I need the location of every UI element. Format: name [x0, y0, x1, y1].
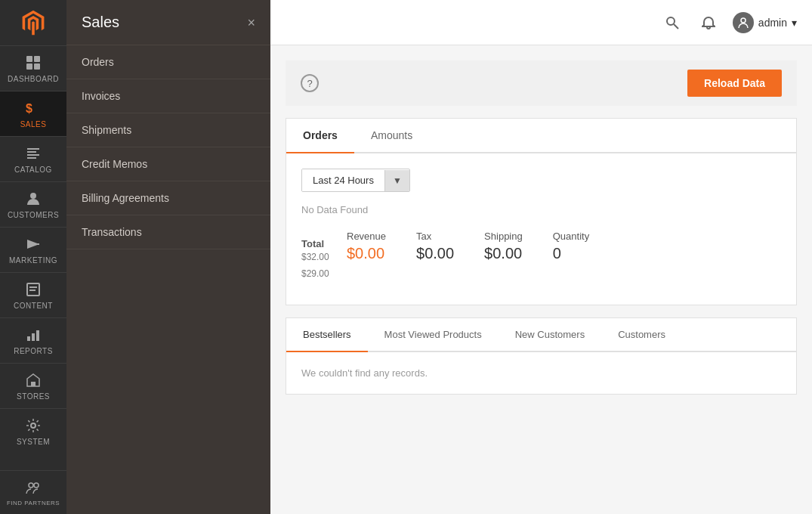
tab-orders[interactable]: Orders — [286, 119, 354, 153]
svg-rect-6 — [34, 63, 40, 70]
svg-rect-18 — [27, 336, 30, 341]
svg-rect-10 — [27, 154, 39, 156]
admin-dropdown-arrow: ▾ — [792, 17, 797, 29]
main-tabs: Orders Amounts — [286, 119, 796, 153]
svg-line-26 — [674, 24, 678, 29]
panel-title: Sales — [82, 14, 119, 31]
dashboard-icon — [24, 54, 42, 72]
close-button[interactable]: × — [247, 16, 255, 29]
tab-customers[interactable]: Customers — [601, 318, 682, 352]
svg-rect-20 — [36, 330, 39, 341]
time-selector: Last 24 Hours ▼ — [301, 169, 781, 192]
sidebar-item-catalog[interactable]: CATALOG — [0, 136, 66, 181]
admin-label: admin — [758, 17, 787, 29]
sidebar-item-sales[interactable]: $ SALES — [0, 91, 66, 136]
stat-revenue: Revenue $0.00 — [347, 231, 386, 262]
svg-text:$: $ — [26, 102, 32, 115]
sidebar-item-content[interactable]: CONTENT — [0, 272, 66, 317]
revenue-value: $0.00 — [347, 245, 386, 262]
orders-tab-content: Last 24 Hours ▼ No Data Found Total $32.… — [286, 153, 796, 305]
stats-layout: Total $32.00 $29.00 Revenue $0.00 Tax $0… — [301, 231, 781, 290]
stat-tax: Tax $0.00 — [416, 231, 454, 262]
amount-line-1: $32.00 — [301, 249, 332, 266]
reload-bar: ? Reload Data — [286, 60, 797, 106]
search-button[interactable] — [660, 11, 684, 35]
svg-rect-3 — [26, 56, 32, 62]
svg-point-22 — [31, 423, 36, 428]
svg-rect-21 — [31, 382, 36, 386]
logo — [0, 0, 66, 45]
tab-bestsellers[interactable]: Bestsellers — [286, 318, 368, 352]
revenue-label: Revenue — [347, 231, 386, 242]
stat-quantity: Quantity 0 — [553, 231, 589, 262]
svg-rect-17 — [29, 290, 36, 291]
svg-rect-16 — [29, 286, 37, 288]
top-bar: admin ▾ — [270, 0, 812, 45]
svg-point-27 — [741, 18, 746, 23]
page-body: ? Reload Data Orders Amounts Last 24 Hou… — [270, 45, 812, 514]
svg-rect-8 — [27, 148, 39, 150]
total-label: Total — [301, 238, 332, 249]
stat-shipping: Shipping $0.00 — [484, 231, 523, 262]
svg-point-24 — [34, 483, 39, 488]
shipping-value: $0.00 — [484, 245, 523, 262]
left-totals-col: Total $32.00 $29.00 — [301, 231, 347, 290]
menu-item-invoices[interactable]: Invoices — [66, 79, 270, 113]
svg-marker-2 — [32, 21, 35, 35]
svg-rect-19 — [32, 333, 35, 341]
sidebar-item-marketing[interactable]: MARKETING — [0, 227, 66, 272]
svg-point-23 — [29, 483, 33, 488]
tax-label: Tax — [416, 231, 454, 242]
svg-rect-4 — [34, 56, 40, 62]
panel-header: Sales × — [66, 0, 270, 45]
orders-amounts-card: Orders Amounts Last 24 Hours ▼ No Data F… — [286, 118, 797, 305]
bottom-tab-content: We couldn't find any records. — [286, 352, 796, 394]
reload-data-button[interactable]: Reload Data — [687, 70, 782, 97]
menu-item-orders[interactable]: Orders — [66, 45, 270, 79]
menu-item-shipments[interactable]: Shipments — [66, 113, 270, 147]
svg-rect-5 — [26, 63, 32, 70]
svg-rect-9 — [27, 151, 36, 153]
menu-item-transactions[interactable]: Transactions — [66, 215, 270, 249]
sidebar-item-stores[interactable]: STORES — [0, 363, 66, 408]
content-icon — [24, 280, 42, 299]
tax-value: $0.00 — [416, 245, 454, 262]
marketing-icon — [24, 235, 42, 253]
admin-menu[interactable]: admin ▾ — [733, 12, 797, 33]
sidebar-item-system[interactable]: SYSTEM — [0, 408, 66, 454]
time-select-dropdown[interactable]: Last 24 Hours ▼ — [301, 169, 410, 192]
stores-icon — [24, 371, 42, 389]
tab-new-customers[interactable]: New Customers — [499, 318, 601, 352]
time-select-label: Last 24 Hours — [302, 169, 384, 191]
bottom-section: Bestsellers Most Viewed Products New Cus… — [286, 317, 797, 395]
stats-right: Revenue $0.00 Tax $0.00 Shipping $0.00 — [347, 231, 589, 262]
sales-icon: $ — [24, 99, 42, 117]
svg-point-12 — [30, 193, 36, 199]
help-icon[interactable]: ? — [301, 74, 319, 92]
magento-logo-icon — [20, 9, 47, 36]
time-select-arrow: ▼ — [384, 170, 409, 191]
reports-icon — [24, 326, 42, 344]
quantity-label: Quantity — [553, 231, 589, 242]
svg-point-25 — [667, 17, 675, 25]
menu-item-credit-memos[interactable]: Credit Memos — [66, 147, 270, 181]
quantity-value: 0 — [553, 245, 589, 262]
bottom-tabs: Bestsellers Most Viewed Products New Cus… — [286, 318, 796, 352]
sidebar-item-reports[interactable]: REPORTS — [0, 317, 66, 363]
customers-icon — [24, 190, 42, 208]
notifications-button[interactable] — [696, 11, 721, 35]
system-icon — [24, 416, 42, 435]
sidebar-item-find-partners[interactable]: FIND PARTNERS — [0, 470, 66, 514]
no-records-message: We couldn't find any records. — [301, 367, 428, 379]
tab-most-viewed[interactable]: Most Viewed Products — [368, 318, 499, 352]
admin-avatar — [733, 12, 754, 33]
menu-item-billing-agreements[interactable]: Billing Agreements — [66, 181, 270, 215]
sidebar-item-customers[interactable]: CUSTOMERS — [0, 181, 66, 227]
amount-line-2: $29.00 — [301, 266, 332, 283]
tab-amounts[interactable]: Amounts — [354, 119, 429, 153]
sidebar-item-dashboard[interactable]: DASHBOARD — [0, 45, 66, 91]
catalog-icon — [24, 144, 42, 163]
no-data-message: No Data Found — [301, 204, 781, 215]
svg-rect-11 — [27, 157, 36, 159]
main-content: admin ▾ ? Reload Data Orders Amounts Las… — [270, 0, 812, 514]
